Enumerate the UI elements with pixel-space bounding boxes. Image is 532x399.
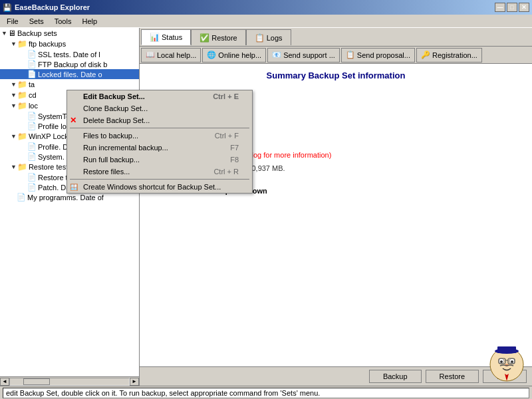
tab-restore[interactable]: ✅ Restore [191, 29, 246, 45]
local-help-button[interactable]: 📖 Local help... [141, 48, 201, 63]
backup-button[interactable]: Backup [369, 370, 422, 383]
scroll-left-button[interactable]: ◄ [0, 378, 9, 386]
ctx-shortcut-label: Create Windows shortcut for Backup Set..… [83, 183, 221, 191]
ctx-restore-label: Restore files... [83, 168, 130, 176]
expand-icon[interactable]: ▼ [11, 102, 17, 109]
tree-item-backup-sets[interactable]: ▼ 🖥 Backup sets [0, 28, 139, 39]
svg-rect-10 [497, 346, 516, 353]
bottom-toolbar: Backup Restore Logs [140, 366, 532, 386]
ctx-full[interactable]: Run full backup... F8 [67, 154, 252, 166]
tab-status[interactable]: 📊 Status [141, 29, 191, 45]
ctx-incremental[interactable]: Run incremental backup... F7 [67, 142, 252, 154]
folder-icon: 📁 [17, 132, 27, 141]
title-bar-text: 💾 EaseBackup Explorer [3, 3, 90, 12]
scroll-right-button[interactable]: ► [130, 378, 139, 386]
svg-point-4 [511, 360, 513, 363]
folder-icon: 📁 [17, 80, 27, 89]
ctx-edit[interactable]: Edit Backup Set... Ctrl + E [67, 90, 252, 102]
delete-x-icon: ✕ [70, 116, 76, 125]
scroll-thumb[interactable] [23, 378, 50, 385]
content-title: Summary Backup Set information [150, 70, 522, 80]
tree-item-ftp-backups[interactable]: ▼ 📁 ftp backups [0, 39, 139, 49]
expand-icon[interactable]: ▼ [11, 133, 17, 140]
doc-icon: 📄 [27, 173, 37, 182]
key-icon: 🔑 [421, 51, 430, 59]
doc-icon: 📄 [27, 60, 37, 68]
tree-item-myprograms[interactable]: 📄 My programms. Date of [0, 192, 139, 202]
ctx-restore-shortcut: Ctrl + R [213, 168, 239, 176]
restore-icon: ✅ [200, 33, 209, 43]
close-button[interactable]: ✕ [519, 3, 529, 12]
title-bar-buttons: — □ ✕ [495, 3, 529, 12]
tree-item-ssl-tests[interactable]: 📄 SSL tests. Date of l [0, 49, 139, 59]
restore-button[interactable]: Restore [426, 370, 479, 383]
expand-icon[interactable]: ▼ [11, 41, 17, 47]
doc-icon: 📄 [27, 183, 37, 192]
folder-icon: 📁 [17, 90, 27, 100]
tab-logs[interactable]: 📋 Logs [246, 29, 291, 45]
ctx-clone[interactable]: Clone Backup Set... [67, 102, 252, 114]
menu-tools[interactable]: Tools [49, 16, 77, 27]
tree-scrollbar[interactable]: ◄ ► [0, 376, 139, 386]
doc-icon: 📄 [27, 152, 37, 161]
status-icon: 📊 [150, 33, 160, 42]
folder-icon: 📁 [17, 101, 27, 110]
maximize-button[interactable]: □ [507, 3, 517, 12]
ctx-delete-label: Delete Backup Set... [83, 116, 150, 124]
ctx-separator-2 [70, 179, 249, 180]
minimize-button[interactable]: — [495, 3, 505, 12]
mascot-svg [487, 344, 527, 384]
menu-help[interactable]: Help [76, 16, 102, 27]
main-layout: ▼ 🖥 Backup sets ▼ 📁 ftp backups 📄 SSL te… [0, 28, 532, 386]
mascot-area [487, 344, 527, 384]
app-title: EaseBackup Explorer [15, 3, 90, 11]
tree-item-ta[interactable]: ▼ 📁 ta [0, 79, 139, 90]
menu-file[interactable]: File [1, 16, 24, 27]
ctx-incremental-shortcut: F7 [230, 144, 239, 152]
expand-icon[interactable]: ▼ [11, 164, 17, 170]
ctx-incremental-label: Run incremental backup... [83, 144, 168, 152]
shortcut-icon: 🪟 [70, 184, 78, 191]
globe-icon: 🌐 [207, 51, 216, 59]
doc-icon: 📄 [27, 142, 37, 151]
tree-item-locked-files[interactable]: 📄 Locked files. Date o [0, 69, 139, 79]
logs-icon: 📋 [255, 33, 265, 43]
scroll-track[interactable] [9, 378, 130, 386]
tree-item-ftp-backup-disk[interactable]: 📄 FTP Backup of disk b [0, 59, 139, 69]
menu-sets[interactable]: Sets [24, 16, 49, 27]
menu-bar: File Sets Tools Help [0, 15, 532, 28]
computer-icon: 🖥 [8, 29, 16, 38]
ctx-shortcut[interactable]: 🪟 Create Windows shortcut for Backup Set… [67, 181, 252, 193]
proposal-icon: 📋 [346, 51, 355, 59]
tab-bar: 📊 Status ✅ Restore 📋 Logs [140, 28, 532, 47]
right-panel: 📊 Status ✅ Restore 📋 Logs 📖 Local help..… [140, 28, 532, 386]
expand-icon[interactable]: ▼ [11, 81, 17, 88]
expand-icon[interactable]: ▼ [1, 30, 7, 37]
send-proposal-button[interactable]: 📋 Send proposal... [341, 48, 415, 63]
doc-icon: 📄 [27, 70, 37, 78]
send-support-button[interactable]: 📧 Send support ... [267, 48, 340, 63]
ctx-separator-1 [70, 128, 249, 128]
ctx-edit-shortcut: Ctrl + E [213, 92, 239, 100]
ctx-delete[interactable]: ✕ Delete Backup Set... [67, 114, 252, 126]
help-toolbar: 📖 Local help... 🌐 Online help... 📧 Send … [140, 47, 532, 64]
status-text: edit Backup Set, double click on it. To … [3, 388, 529, 398]
ctx-files-label: Files to backup... [83, 132, 138, 140]
registration-button[interactable]: 🔑 Registration... [416, 48, 482, 63]
expand-icon[interactable]: ▼ [11, 92, 17, 98]
app-icon: 💾 [3, 3, 12, 12]
ctx-files[interactable]: Files to backup... Ctrl + F [67, 130, 252, 142]
doc-icon: 📄 [17, 193, 26, 201]
ctx-full-shortcut: F8 [230, 156, 239, 164]
ctx-edit-label: Edit Backup Set... [83, 92, 145, 100]
book-icon: 📖 [146, 51, 155, 59]
online-help-button[interactable]: 🌐 Online help... [202, 48, 266, 63]
status-bar: edit Backup Set, double click on it. To … [0, 386, 532, 399]
doc-icon: 📄 [27, 122, 37, 130]
ctx-clone-label: Clone Backup Set... [83, 104, 148, 112]
ctx-files-shortcut: Ctrl + F [215, 132, 239, 140]
tree-panel: ▼ 🖥 Backup sets ▼ 📁 ftp backups 📄 SSL te… [0, 28, 140, 376]
svg-point-3 [500, 360, 503, 363]
title-bar: 💾 EaseBackup Explorer — □ ✕ [0, 0, 532, 15]
ctx-restore[interactable]: Restore files... Ctrl + R [67, 166, 252, 178]
